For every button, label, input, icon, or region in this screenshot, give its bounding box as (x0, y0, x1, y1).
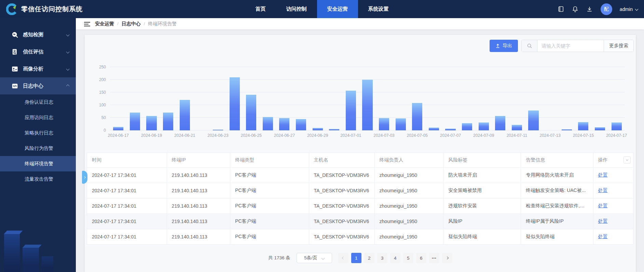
table-row-5: 2024-07-17 17:34:01219.140.140.113PC客户端T… (87, 229, 634, 245)
user-menu[interactable]: admin (620, 7, 638, 12)
log-center-icon (12, 83, 18, 89)
nav-item-3[interactable]: 安全运营 (317, 0, 358, 18)
cell-time: 2024-07-17 17:34:01 (87, 198, 167, 214)
search-input[interactable] (537, 40, 604, 52)
sidebar-item-应用访问日志[interactable]: 应用访问日志 (0, 110, 76, 125)
nav-item-2[interactable]: 访问控制 (276, 0, 317, 18)
more-pages-button[interactable]: ••• (429, 253, 439, 263)
handle-link[interactable]: 处置 (598, 187, 608, 193)
chart-x-tick: 2024-06-23 (210, 133, 227, 138)
breadcrumb-item[interactable]: 安全运营 (95, 21, 114, 27)
sidebar-group-4[interactable]: 日志中心 (0, 77, 76, 94)
chart-bar-2024-06-26 (263, 117, 273, 130)
cell-owner: zhoumeigui_1950 (374, 214, 443, 229)
handle-link[interactable]: 处置 (598, 172, 608, 178)
chart-y-tick-label: 0 (104, 128, 106, 133)
chart-bar-slot (392, 118, 409, 130)
chart-x-tick: 2024-06-27 (276, 133, 293, 138)
sidebar-collapse-icon[interactable] (84, 22, 90, 26)
chart-bar-slot (592, 127, 608, 130)
cell-risk: 疑似失陷终端 (443, 229, 521, 245)
sidebar-group-2[interactable]: 信任评估 (0, 43, 76, 60)
chart-bar-slot (210, 130, 227, 130)
chart-bar-2024-06-27 (279, 118, 289, 130)
chart-bar-2024-06-28 (296, 119, 306, 130)
sidebar-item-身份认证日志[interactable]: 身份认证日志 (0, 94, 76, 110)
cell-action: 处置 (593, 198, 633, 214)
prev-page-button[interactable] (338, 253, 348, 263)
top-menu: 首页访问控制安全运营系统设置 (245, 0, 399, 18)
breadcrumb-item-current: 终端环境告警 (148, 21, 177, 27)
page-button-3[interactable]: 3 (377, 253, 387, 263)
download-icon[interactable] (586, 6, 593, 13)
chart-x-tick: 2024-06-19 (143, 133, 160, 138)
chart-bar-slot (426, 128, 442, 130)
chart-bar-2024-07-12 (528, 111, 538, 130)
more-search-button[interactable]: 更多搜索 (604, 40, 633, 52)
chevron-down-icon (321, 256, 325, 260)
avatar[interactable]: 配 (601, 3, 612, 15)
chart-bar-slot (293, 119, 310, 130)
page-button-2[interactable]: 2 (364, 253, 374, 263)
table-row-2: 2024-07-17 17:34:01219.140.140.113PC客户端T… (87, 183, 634, 198)
search-icon[interactable] (522, 40, 537, 52)
chart-bar-2024-07-16 (595, 127, 605, 130)
app-title: 零信任访问控制系统 (21, 5, 83, 14)
export-icon (495, 43, 500, 48)
pagination: 共 1736 条 5条/页 123456 ••• (87, 253, 634, 263)
chart-bar-2024-06-20 (163, 113, 173, 130)
handle-link[interactable]: 处置 (598, 234, 608, 239)
nav-item-1[interactable]: 首页 (245, 0, 276, 18)
page-button-4[interactable]: 4 (390, 253, 400, 263)
chart-bar-2024-07-02 (362, 80, 372, 130)
page-size-select[interactable]: 5条/页 (297, 253, 332, 263)
table-row-4: 2024-07-17 17:34:01219.140.140.113PC客户端T… (87, 214, 634, 229)
cell-host: TA_DESKTOP-VDM3RV6 (309, 214, 374, 229)
chart-bar-slot (143, 116, 160, 130)
handle-link[interactable]: 处置 (598, 203, 608, 208)
drawer-expand-handle[interactable] (82, 171, 87, 184)
username: admin (620, 7, 633, 12)
cell-message: 专用网络防火墙未开启 (521, 168, 593, 183)
cell-risk: 违规软件安装 (443, 198, 521, 214)
sidebar-group-3[interactable]: 画像分析 (0, 60, 76, 77)
chart-bar-slot (575, 122, 592, 130)
chart-bar-2024-06-25 (246, 95, 256, 130)
chart-x-tick: 2024-07-05 (409, 133, 426, 138)
content-panel: 导出 更多搜索 050100150200250 2024-06-172024-0… (85, 35, 636, 272)
sidebar-item-策略执行日志[interactable]: 策略执行日志 (0, 125, 76, 141)
export-button[interactable]: 导出 (490, 40, 518, 52)
page-button-5[interactable]: 5 (403, 253, 413, 263)
cell-host: TA_DESKTOP-VDM3RV6 (309, 198, 374, 214)
handle-link[interactable]: 处置 (598, 218, 608, 224)
chevron-down-icon (66, 33, 70, 36)
decoration-buildings (0, 224, 76, 272)
chart-y-tick-label: 100 (99, 103, 106, 107)
breadcrumb-item[interactable]: 日志中心 (122, 21, 141, 27)
chart-x-tick: 2024-07-13 (542, 133, 559, 138)
notification-bell-icon[interactable] (572, 6, 579, 13)
chart-bar-slot (509, 125, 525, 130)
sidebar-group-label: 感知检测 (23, 31, 43, 38)
cell-message: 终端IP属于风险IP (521, 214, 593, 229)
sidebar-group-1[interactable]: 感知检测 (0, 26, 76, 43)
column-settings-button[interactable] (624, 156, 631, 164)
chart-x-tick: 2024-07-11 (509, 133, 525, 138)
cell-owner: zhoumeigui_1950 (374, 198, 443, 214)
cell-action: 处置 (593, 183, 633, 198)
journal-icon[interactable] (558, 6, 564, 13)
chart-bar-slot (525, 111, 542, 130)
sidebar-item-终端环境告警[interactable]: 终端环境告警 (0, 156, 76, 171)
sidebar-item-风险行为告警[interactable]: 风险行为告警 (0, 141, 76, 156)
next-page-button[interactable] (442, 253, 452, 263)
chart-bar-slot (442, 129, 459, 130)
cell-time: 2024-07-17 17:34:01 (87, 168, 167, 183)
portrait-analysis-icon (12, 66, 18, 72)
nav-item-4[interactable]: 系统设置 (358, 0, 399, 18)
alerts-table: 时间终端IP终端类型主机名终端负责人风险标签告警信息操作 2024-07-17 … (87, 153, 634, 245)
page-button-1[interactable]: 1 (351, 253, 361, 263)
page-button-6[interactable]: 6 (416, 253, 426, 263)
sidebar-item-流量攻击告警[interactable]: 流量攻击告警 (0, 171, 76, 187)
chart-bar-2024-07-01 (346, 91, 356, 130)
cell-message: 检查终端已安装违规软件,黑... (521, 198, 593, 214)
